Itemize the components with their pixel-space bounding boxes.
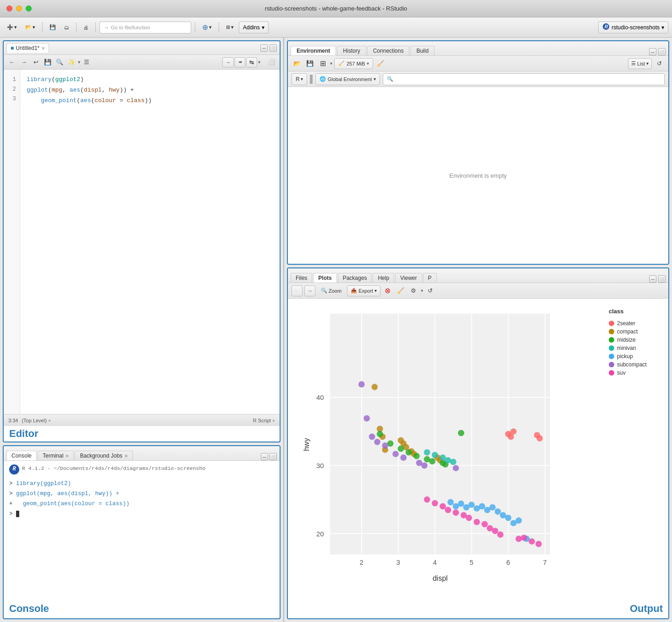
forward-button[interactable]: → [18,57,29,68]
console-tab-background-jobs[interactable]: Background Jobs ✕ [75,451,133,460]
editor-panel-label: Editor [4,426,280,442]
output-tab-p[interactable]: P [423,273,437,283]
env-save-button[interactable]: 💾 [304,58,315,69]
output-tab-packages[interactable]: Packages [338,273,372,283]
y-tick-20: 20 [316,530,324,538]
goto-bar[interactable]: → Go to file/function [99,22,191,33]
export-button[interactable]: 📤 Export ▾ [347,285,380,296]
env-tab-environment[interactable]: Environment [291,46,336,55]
env-tab-build[interactable]: Build [410,46,435,55]
zoom-button[interactable]: 🔍 Zoom [317,285,345,296]
source-button[interactable]: ↩ [30,57,41,68]
source-run-button[interactable]: ↠ [235,57,245,67]
broom-plot-button[interactable]: 🧹 [395,285,406,296]
print-button[interactable]: 🖨 [80,21,92,34]
close-button[interactable] [6,5,12,11]
plot-back-button[interactable]: ← [292,285,303,296]
env-tab-history[interactable]: History [337,46,366,55]
project-button[interactable]: R rstudio-screenshots ▾ [598,22,668,33]
legend-title: class [609,308,664,315]
console-content[interactable]: R R 4.1.2 · ~/Documents/r4ds/r4ds/diagra… [4,461,280,601]
legend-label-midsize: midsize [617,337,636,343]
point-suv-7 [466,515,472,521]
maximize-output-button[interactable]: ⬜ [658,275,666,283]
output-body: 2 3 4 5 6 7 displ 20 30 40 hwy [288,299,668,601]
minimize-output-button[interactable]: — [649,275,656,283]
save-all-button[interactable]: 🗂 [61,21,72,34]
re-run-button[interactable]: ↹ [246,57,257,67]
save-editor-button[interactable]: 💾 [42,57,53,68]
point-subcompact-7 [400,454,407,461]
dropdown-arrow: ▾ [330,61,332,66]
point-pickup-1 [447,499,454,505]
dropdown-arrow: ▾ [367,61,369,66]
legend-item-subcompact: subcompact [609,361,664,368]
list-view-button[interactable]: ☰ [81,57,92,68]
env-broom-button[interactable]: 🧹 [375,58,386,69]
settings-plot-button[interactable]: ⚙ [408,285,419,296]
maximize-console-button[interactable]: ⬜ [270,453,277,460]
run-button[interactable]: → [222,57,234,67]
grid-button[interactable]: ⊞ ▾ [223,21,237,34]
list-icon: ☰ [631,60,636,66]
window-controls[interactable] [6,5,32,11]
console-tab-console[interactable]: Console [6,451,37,460]
point-minivan-2 [432,452,438,458]
minimize-pane-button[interactable]: — [260,44,268,52]
search-button[interactable]: 🔍 [54,57,65,68]
output-tab-files[interactable]: Files [291,273,312,283]
minimize-button[interactable] [16,5,22,11]
refresh-button[interactable]: ↺ [654,58,665,69]
console-tab-terminal[interactable]: Terminal ✕ [38,451,74,460]
y-tick-30: 30 [316,462,324,469]
code-area[interactable]: library(ggplot2) ggplot(mpg, aes(displ, … [20,70,280,414]
back-button[interactable]: ← [6,57,17,68]
point-pickup-12 [505,515,512,521]
align-button[interactable]: ⬜ [266,57,277,68]
background-jobs-tab-close[interactable]: ✕ [124,453,128,458]
new-file-button[interactable]: ➕ ▾ [4,21,20,34]
delete-plot-button[interactable]: ⊗ [382,285,393,296]
output-tab-plots[interactable]: Plots [313,273,336,283]
maximize-pane-button[interactable]: ⬜ [270,44,277,52]
function-name: library [27,76,52,83]
point-pickup-10 [495,508,501,515]
point-2seater-3 [508,434,514,440]
editor-tab-untitled1[interactable]: ■ Untitled1* ✕ [6,43,49,53]
output-tab-viewer[interactable]: Viewer [395,273,422,283]
open-file-button[interactable]: 📂 ▾ [22,21,39,34]
legend-label-compact: compact [617,328,638,335]
env-search-input[interactable]: 🔍 [383,73,665,85]
env-toolbar-2: R ▾ 🌐 Global Environment ▾ 🔍 [288,71,668,87]
env-open-button[interactable]: 📂 [292,58,303,69]
maximize-button[interactable] [26,5,32,11]
addins-button[interactable]: Addins ▾ [239,22,269,33]
project-label: rstudio-screenshots [611,24,660,31]
right-panel: Environment History Connections Build — … [284,38,672,622]
code-line-3: geom_point(aes(colour = class)) [27,96,273,106]
output-tab-help[interactable]: Help [373,273,394,283]
legend-item-midsize: midsize [609,337,664,343]
maximize-env-button[interactable]: ⬜ [658,48,666,55]
tab-close-icon[interactable]: ✕ [41,46,45,51]
save-button[interactable]: 💾 [46,21,59,34]
refresh-plot-button[interactable]: ↺ [425,285,436,296]
run-button[interactable]: ⊕ ▾ [199,21,215,34]
magic-wand-button[interactable]: ✨ [66,57,77,68]
terminal-tab-close[interactable]: ✕ [65,453,69,458]
point-midsize-5 [413,453,420,459]
x-tick-6: 6 [507,559,510,566]
separator-1 [42,22,43,33]
dropdown-arrow: ▾ [301,76,303,82]
cursor [16,511,19,517]
minimize-env-button[interactable]: — [649,48,656,55]
env-import-button[interactable]: ⊞ [317,58,328,69]
list-dropdown[interactable]: ☰ List ▾ [628,58,652,69]
env-tab-connections[interactable]: Connections [367,46,410,55]
point-subcompact-5 [382,442,388,449]
r-language-button[interactable]: R ▾ [292,73,307,85]
plot-forward-button[interactable]: → [304,285,315,296]
global-env-button[interactable]: 🌐 Global Environment ▾ [315,73,380,85]
editor-header: ■ Untitled1* ✕ — ⬜ [4,41,280,55]
minimize-console-button[interactable]: — [261,453,268,460]
